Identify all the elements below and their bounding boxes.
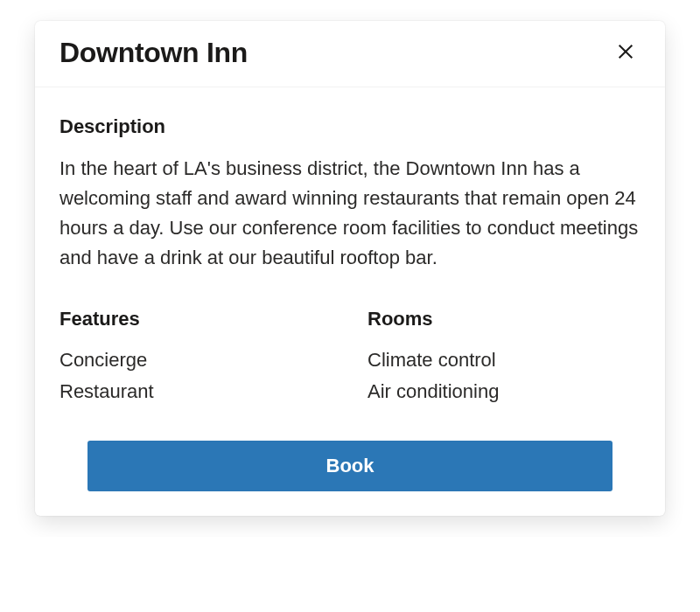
- dialog-body[interactable]: Description In the heart of LA's busines…: [35, 87, 665, 420]
- details-columns: Features Concierge Restaurant Rooms Clim…: [60, 308, 640, 406]
- rooms-list: Climate control Air conditioning: [368, 344, 640, 406]
- features-column: Features Concierge Restaurant: [60, 308, 332, 406]
- rooms-column: Rooms Climate control Air conditioning: [368, 308, 640, 406]
- hotel-detail-dialog: Downtown Inn Description In the heart of…: [35, 21, 665, 516]
- features-label: Features: [60, 308, 332, 330]
- list-item: Climate control: [368, 344, 640, 375]
- list-item: Air conditioning: [368, 376, 640, 407]
- close-button[interactable]: [611, 37, 640, 69]
- book-button[interactable]: Book: [88, 441, 612, 491]
- dialog-title: Downtown Inn: [60, 37, 248, 69]
- rooms-label: Rooms: [368, 308, 640, 330]
- description-text: In the heart of LA's business district, …: [60, 154, 640, 273]
- close-icon: [616, 42, 635, 64]
- list-item: Restaurant: [60, 376, 332, 407]
- description-label: Description: [60, 115, 640, 138]
- list-item: Concierge: [60, 344, 332, 375]
- dialog-footer: Book: [35, 420, 665, 516]
- description-section: Description In the heart of LA's busines…: [60, 115, 640, 273]
- features-list: Concierge Restaurant: [60, 344, 332, 406]
- dialog-header: Downtown Inn: [35, 21, 665, 87]
